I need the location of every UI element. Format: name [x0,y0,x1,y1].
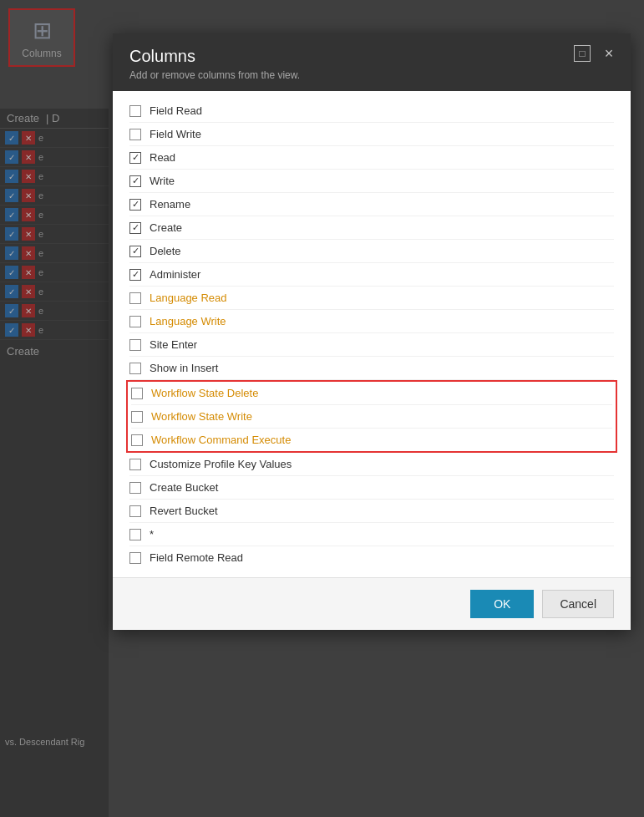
checkbox-field-remote-read[interactable] [129,552,141,564]
checkbox-label-customize-profile: Customize Profile Key Values [150,458,292,470]
checkbox-item-write: Write [129,170,614,193]
columns-modal: Columns Add or remove columns from the v… [113,33,631,630]
checkbox-item-administer: Administer [129,263,614,287]
checkbox-administer[interactable] [129,269,141,281]
checkbox-label-workflow-command-execute: Workflow Command Execute [151,434,291,446]
checkbox-label-workflow-state-delete: Workflow State Delete [151,387,258,399]
checkbox-workflow-command-execute[interactable] [131,434,143,446]
checkbox-label-rename: Rename [150,198,190,211]
checkbox-item-workflow-state-delete: Workflow State Delete [131,382,612,405]
checkbox-item-delete: Delete [129,240,614,263]
checkbox-write[interactable] [129,175,141,187]
checkbox-label-workflow-state-write: Workflow State Write [151,410,252,423]
checkbox-label-administer: Administer [150,268,200,281]
checkbox-item-workflow-command-execute: Workflow Command Execute [131,429,612,451]
checkbox-label-delete: Delete [150,245,181,257]
checkbox-item-star: * [129,523,614,546]
checkbox-language-write[interactable] [129,316,141,327]
modal-close-button[interactable]: × [601,45,617,62]
checkbox-item-language-write: Language Write [129,310,614,333]
checkbox-item-field-remote-read: Field Remote Read [129,546,614,569]
checkboxes-container: Field ReadField WriteReadWriteRenameCrea… [129,99,614,569]
checkbox-site-enter[interactable] [129,339,141,351]
checkbox-revert-bucket[interactable] [129,505,141,517]
checkbox-delete[interactable] [129,246,141,257]
checkbox-label-write: Write [150,175,175,187]
checkbox-rename[interactable] [129,199,141,211]
checkbox-item-revert-bucket: Revert Bucket [129,500,614,523]
checkbox-item-customize-profile: Customize Profile Key Values [129,453,614,476]
modal-header: Columns Add or remove columns from the v… [113,33,631,91]
checkbox-label-show-in-insert: Show in Insert [150,362,218,374]
checkbox-label-field-read: Field Read [150,104,202,117]
checkbox-item-workflow-state-write: Workflow State Write [131,405,612,429]
checkbox-label-site-enter: Site Enter [150,338,197,351]
checkbox-label-field-remote-read: Field Remote Read [150,551,243,564]
modal-body: Field ReadField WriteReadWriteRenameCrea… [113,91,631,577]
checkbox-read[interactable] [129,152,141,164]
checkbox-item-language-read: Language Read [129,287,614,310]
modal-header-controls: □ × [574,45,617,62]
checkbox-item-read: Read [129,146,614,170]
checkbox-label-create: Create [150,221,182,234]
checkbox-star[interactable] [129,529,141,540]
checkbox-label-create-bucket: Create Bucket [150,481,218,494]
checkbox-label-language-read: Language Read [150,292,227,304]
modal-maximize-button[interactable]: □ [574,45,591,62]
checkbox-field-read[interactable] [129,105,141,117]
modal-title: Columns [129,47,614,66]
checkbox-label-language-write: Language Write [150,315,226,327]
checkbox-workflow-state-delete[interactable] [131,388,143,399]
checkbox-field-write[interactable] [129,129,141,140]
checkbox-label-revert-bucket: Revert Bucket [150,505,218,517]
checkbox-item-rename: Rename [129,193,614,216]
checkbox-customize-profile[interactable] [129,459,141,470]
checkbox-item-site-enter: Site Enter [129,333,614,357]
modal-footer: OK Cancel [113,577,631,630]
ok-button[interactable]: OK [470,590,534,618]
checkbox-item-show-in-insert: Show in Insert [129,357,614,380]
checkbox-label-field-write: Field Write [150,128,201,140]
checkbox-create-bucket[interactable] [129,482,141,494]
checkbox-label-star: * [150,528,154,540]
checkbox-language-read[interactable] [129,292,141,304]
modal-subtitle: Add or remove columns from the view. [129,69,614,81]
checkbox-create[interactable] [129,222,141,234]
checkbox-item-field-write: Field Write [129,123,614,146]
checkbox-item-field-read: Field Read [129,99,614,123]
checkbox-workflow-state-write[interactable] [131,411,143,423]
checkbox-label-read: Read [150,151,175,164]
cancel-button[interactable]: Cancel [542,590,614,618]
workflow-highlight-box: Workflow State DeleteWorkflow State Writ… [126,380,617,453]
checkbox-item-create-bucket: Create Bucket [129,476,614,500]
checkbox-show-in-insert[interactable] [129,363,141,374]
checkbox-item-create: Create [129,216,614,240]
